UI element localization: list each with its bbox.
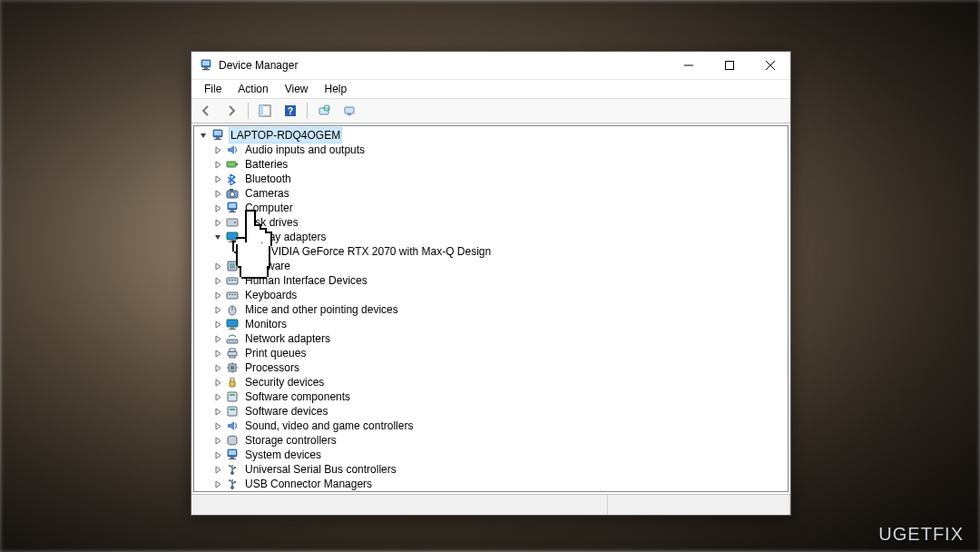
show-hide-console-tree-button[interactable] — [254, 100, 276, 122]
chevron-right-icon[interactable] — [212, 464, 223, 475]
tree-category-7[interactable]: Firmware — [194, 259, 788, 273]
tree-category-4[interactable]: Computer — [194, 201, 788, 215]
tree-category-2[interactable]: Bluetooth — [194, 172, 788, 186]
close-button[interactable] — [750, 52, 790, 79]
network-icon — [225, 331, 240, 346]
monitor-icon — [225, 317, 240, 331]
tree-node-label: Batteries — [243, 157, 289, 172]
tree-category-17[interactable]: Software devices — [194, 404, 788, 419]
tree-category-3[interactable]: Cameras — [194, 186, 788, 201]
chevron-right-icon[interactable] — [212, 478, 223, 489]
chevron-right-icon[interactable] — [212, 217, 223, 228]
system-icon — [225, 448, 240, 462]
scan-hardware-button[interactable] — [313, 100, 335, 122]
svg-rect-17 — [214, 131, 221, 135]
tree-category-22[interactable]: USB Connector Managers — [194, 477, 788, 491]
svg-point-55 — [234, 340, 236, 342]
chevron-down-icon[interactable] — [212, 232, 223, 242]
svg-rect-32 — [230, 240, 234, 242]
software-icon — [225, 404, 240, 419]
tree-category-1[interactable]: Batteries — [194, 157, 788, 172]
tree-node-label: Keyboards — [243, 288, 299, 302]
tree-category-19[interactable]: Storage controllers — [194, 433, 788, 448]
chevron-right-icon[interactable] — [212, 188, 223, 199]
tree-node-label: Monitors — [243, 317, 289, 331]
tree-category-10[interactable]: Mice and other pointing devices — [194, 302, 788, 317]
tree-node-label: Security devices — [243, 375, 326, 389]
mouse-icon — [225, 302, 240, 317]
svg-rect-19 — [214, 139, 221, 140]
chevron-right-icon[interactable] — [212, 319, 223, 330]
chevron-down-icon[interactable] — [198, 130, 209, 141]
tree-pane[interactable]: LAPTOP-RDQ4OGEMAudio inputs and outputsB… — [193, 125, 789, 492]
tree-category-8[interactable]: Human Interface Devices — [194, 273, 788, 288]
chevron-right-icon[interactable] — [212, 275, 223, 286]
tree-node-label: Print queues — [243, 346, 308, 360]
security-icon — [225, 375, 240, 389]
back-button[interactable] — [195, 100, 217, 122]
chevron-right-icon[interactable] — [212, 420, 223, 431]
hid-icon — [225, 273, 240, 288]
chevron-right-icon[interactable] — [212, 144, 223, 155]
menu-action[interactable]: Action — [230, 81, 275, 97]
chevron-right-icon[interactable] — [212, 173, 223, 184]
chevron-right-icon[interactable] — [212, 406, 223, 417]
svg-rect-9 — [260, 105, 263, 116]
chevron-right-icon[interactable] — [212, 202, 223, 213]
devices-printers-button[interactable] — [338, 100, 360, 122]
tree-node-label: Mice and other pointing devices — [243, 302, 400, 317]
titlebar[interactable]: Device Manager — [191, 52, 790, 80]
chevron-right-icon[interactable] — [212, 290, 223, 301]
chevron-right-icon[interactable] — [212, 348, 223, 359]
svg-rect-18 — [216, 137, 220, 139]
tree-device-6-0[interactable]: NVIDIA GeForce RTX 2070 with Max-Q Desig… — [194, 244, 788, 259]
svg-rect-60 — [230, 366, 234, 370]
minimize-button[interactable] — [668, 52, 709, 79]
tree-category-6[interactable]: Display adapters — [194, 230, 788, 244]
help-button[interactable]: ? — [279, 100, 301, 122]
forward-button[interactable] — [220, 100, 242, 122]
svg-text:?: ? — [288, 106, 293, 116]
maximize-button[interactable] — [709, 52, 750, 79]
tree-category-16[interactable]: Software components — [194, 389, 788, 404]
svg-point-30 — [234, 222, 236, 223]
menu-help[interactable]: Help — [318, 81, 355, 97]
tree-category-21[interactable]: Universal Serial Bus controllers — [194, 462, 788, 477]
svg-rect-5 — [725, 62, 733, 70]
chevron-right-icon[interactable] — [212, 333, 223, 344]
chevron-right-icon[interactable] — [212, 377, 223, 388]
tree-category-0[interactable]: Audio inputs and outputs — [194, 143, 788, 157]
tree-category-5[interactable]: Disk drives — [194, 215, 788, 230]
svg-rect-69 — [230, 409, 235, 410]
chevron-right-icon[interactable] — [212, 261, 223, 271]
svg-rect-2 — [204, 67, 208, 69]
chevron-right-icon[interactable] — [212, 362, 223, 373]
tree-category-18[interactable]: Sound, video and game controllers — [194, 419, 788, 433]
svg-rect-46 — [234, 294, 236, 295]
sound-icon — [225, 419, 240, 433]
tree-category-15[interactable]: Security devices — [194, 375, 788, 389]
tree-category-14[interactable]: Processors — [194, 360, 788, 375]
tree-node-label: Disk drives — [243, 215, 300, 230]
menu-view[interactable]: View — [278, 81, 316, 97]
svg-rect-36 — [247, 256, 254, 257]
svg-rect-56 — [228, 351, 237, 356]
tree-category-9[interactable]: Keyboards — [194, 288, 788, 302]
tree-category-11[interactable]: Monitors — [194, 317, 788, 331]
svg-rect-66 — [228, 392, 237, 401]
tree-node-label: Computer — [243, 201, 295, 215]
computer-icon — [225, 201, 240, 215]
chevron-right-icon[interactable] — [212, 159, 223, 170]
chevron-right-icon[interactable] — [212, 449, 223, 460]
tree-category-20[interactable]: System devices — [194, 448, 788, 462]
tree-category-13[interactable]: Print queues — [194, 346, 788, 360]
chevron-right-icon[interactable] — [212, 391, 223, 402]
chevron-right-icon[interactable] — [212, 435, 223, 446]
tree-root[interactable]: LAPTOP-RDQ4OGEM — [194, 128, 788, 143]
tree-category-12[interactable]: Network adapters — [194, 331, 788, 346]
svg-point-77 — [229, 465, 230, 467]
chevron-right-icon[interactable] — [212, 304, 223, 315]
expander-none — [230, 246, 241, 257]
tree-node-label: Bluetooth — [243, 172, 293, 186]
menu-file[interactable]: File — [197, 81, 229, 97]
